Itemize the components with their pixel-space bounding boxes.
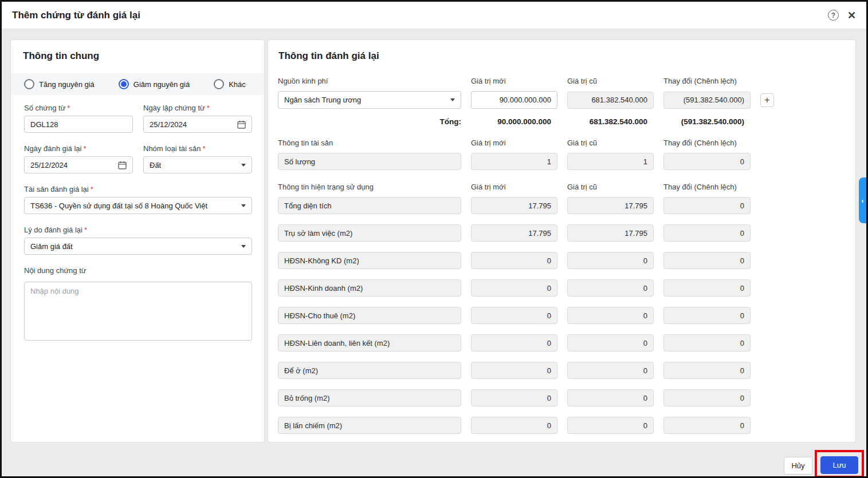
old-value-header: Giá trị cũ xyxy=(567,183,654,191)
radio-giam-nguyen-gia[interactable]: Giảm nguyên giá xyxy=(119,79,190,89)
funding-new-value-input[interactable] xyxy=(471,91,557,109)
row-label: Tổng diện tích xyxy=(278,197,461,214)
revaluation-type-radios: Tăng nguyên giá Giảm nguyên giá Khác xyxy=(11,73,264,95)
funding-source-header: Nguồn kinh phí xyxy=(278,77,461,85)
total-change-value: (591.382.540.000) xyxy=(663,117,751,126)
row-label: Trụ sở làm việc (m2) xyxy=(278,224,461,242)
row-old-value: 1 xyxy=(567,153,654,170)
calendar-icon[interactable] xyxy=(237,120,246,129)
table-row: HĐSN-Không KD (m2) 0 0 0 xyxy=(278,252,846,269)
table-row: HĐSN-Liên doanh, liên kết (m2) 0 0 0 xyxy=(278,334,846,351)
row-new-value: 17.795 xyxy=(471,197,557,214)
revaluation-date-field-wrap xyxy=(24,156,133,173)
usage-info-section-title: Thông tin hiện trạng sử dụng xyxy=(278,183,461,191)
calendar-icon[interactable] xyxy=(118,161,127,169)
funding-source-select[interactable]: Ngân sách Trung ương xyxy=(278,91,461,109)
row-new-value: 0 xyxy=(471,362,557,379)
new-value-header: Giá trị mới xyxy=(471,183,557,191)
document-number-label: Số chứng từ* xyxy=(24,104,133,112)
row-new-value: 0 xyxy=(471,417,557,434)
document-date-input[interactable] xyxy=(150,120,234,129)
row-new-value: 1 xyxy=(471,153,557,170)
selected-value: Giảm giá đất xyxy=(30,242,73,251)
revaluation-reason-label: Lý do đánh giá lại* xyxy=(24,226,252,234)
row-change-value: 0 xyxy=(663,307,751,324)
row-old-value: 0 xyxy=(567,279,654,297)
chevron-down-icon xyxy=(241,164,246,167)
total-old-value: 681.382.540.000 xyxy=(567,117,654,126)
row-change-value: 0 xyxy=(663,279,751,297)
row-new-value: 0 xyxy=(471,334,557,351)
row-old-value: 17.795 xyxy=(567,197,654,214)
row-label: HĐSN-Kinh doanh (m2) xyxy=(278,279,461,297)
document-number-field-wrap xyxy=(24,116,133,133)
funding-row: Ngân sách Trung ương 681.382.540.000 (59… xyxy=(278,91,846,109)
row-label: HĐSN-Không KD (m2) xyxy=(278,252,461,269)
document-content-label: Nội dung chứng từ xyxy=(24,266,252,275)
cancel-button[interactable]: Hủy xyxy=(784,457,812,475)
help-icon[interactable]: ? xyxy=(828,10,839,21)
revaluation-info-panel: Thông tin đánh giá lại Nguồn kinh phí Gi… xyxy=(268,39,856,443)
row-change-value: 0 xyxy=(663,389,751,406)
dialog-title: Thêm chứng từ đánh giá lại xyxy=(12,10,140,21)
row-label: Bị lấn chiếm (m2) xyxy=(278,417,461,434)
row-change-value: 0 xyxy=(663,197,751,214)
radio-khac[interactable]: Khác xyxy=(214,79,246,89)
change-header: Thay đổi (Chênh lệch) xyxy=(663,139,751,147)
row-old-value: 0 xyxy=(567,334,654,351)
selected-value: TS636 - Quyền sử dụng đất tại số 8 Hoàng… xyxy=(30,202,207,210)
row-old-value: 0 xyxy=(567,417,654,434)
row-new-value: 0 xyxy=(471,252,557,269)
old-value-header: Giá trị cũ xyxy=(567,77,654,85)
chevron-down-icon xyxy=(450,98,455,101)
general-info-title: Thông tin chung xyxy=(23,50,252,62)
add-funding-source-button[interactable]: + xyxy=(760,93,774,107)
revalued-asset-select[interactable]: TS636 - Quyền sử dụng đất tại số 8 Hoàng… xyxy=(24,197,252,214)
asset-type-group-label: Nhóm loại tài sản* xyxy=(143,144,252,153)
close-icon[interactable]: ✕ xyxy=(847,10,856,21)
table-row: HĐSN-Kinh doanh (m2) 0 0 0 xyxy=(278,279,846,297)
document-content-textarea[interactable] xyxy=(24,282,252,341)
document-number-input[interactable] xyxy=(30,120,127,129)
radio-unchecked-icon xyxy=(214,79,224,89)
row-old-value: 0 xyxy=(567,362,654,379)
funding-old-value: 681.382.540.000 xyxy=(567,92,654,109)
row-label: Để ở (m2) xyxy=(278,362,461,379)
table-row: Bỏ trống (m2) 0 0 0 xyxy=(278,389,846,406)
row-change-value: 0 xyxy=(663,153,751,170)
row-old-value: 0 xyxy=(567,307,654,324)
row-new-value: 0 xyxy=(471,389,557,406)
general-info-panel: Thông tin chung Tăng nguyên giá Giảm ngu… xyxy=(10,39,265,443)
revaluation-reason-select[interactable]: Giảm giá đất xyxy=(24,238,252,255)
row-change-value: 0 xyxy=(663,417,751,434)
table-row: Số lượng 1 1 0 xyxy=(278,153,846,170)
selected-value: Ngân sách Trung ương xyxy=(284,96,361,104)
total-row: Tổng: 90.000.000.000 681.382.540.000 (59… xyxy=(278,117,846,126)
asset-info-section-title: Thông tin tài sản xyxy=(278,139,461,147)
table-row: Trụ sở làm việc (m2) 17.795 17.795 0 xyxy=(278,224,846,242)
revaluation-date-input[interactable] xyxy=(30,161,115,169)
collapse-panel-tab[interactable]: ‹ xyxy=(859,177,866,223)
selected-value: Đất xyxy=(150,161,161,169)
document-date-field-wrap xyxy=(143,116,252,133)
row-change-value: 0 xyxy=(663,252,751,269)
row-old-value: 0 xyxy=(567,389,654,406)
new-value-header: Giá trị mới xyxy=(471,139,557,147)
radio-unchecked-icon xyxy=(24,79,34,89)
row-old-value: 0 xyxy=(567,252,654,269)
row-new-value: 17.795 xyxy=(471,224,557,242)
asset-type-group-select[interactable]: Đất xyxy=(143,156,252,173)
row-new-value: 0 xyxy=(471,307,557,324)
table-row: Để ở (m2) 0 0 0 xyxy=(278,362,846,379)
table-row: Bị lấn chiếm (m2) 0 0 0 xyxy=(278,417,846,434)
row-label: Bỏ trống (m2) xyxy=(278,389,461,406)
chevron-down-icon xyxy=(241,204,246,207)
row-new-value: 0 xyxy=(471,279,557,297)
add-revaluation-document-dialog: Thêm chứng từ đánh giá lại ? ✕ Thông tin… xyxy=(0,0,868,478)
radio-tang-nguyen-gia[interactable]: Tăng nguyên giá xyxy=(24,79,95,89)
change-header: Thay đổi (Chênh lệch) xyxy=(663,183,751,191)
old-value-header: Giá trị cũ xyxy=(567,139,654,147)
radio-checked-icon xyxy=(119,79,129,89)
dialog-header: Thêm chứng từ đánh giá lại ? ✕ xyxy=(2,2,866,29)
save-button[interactable]: Lưu xyxy=(820,456,858,474)
